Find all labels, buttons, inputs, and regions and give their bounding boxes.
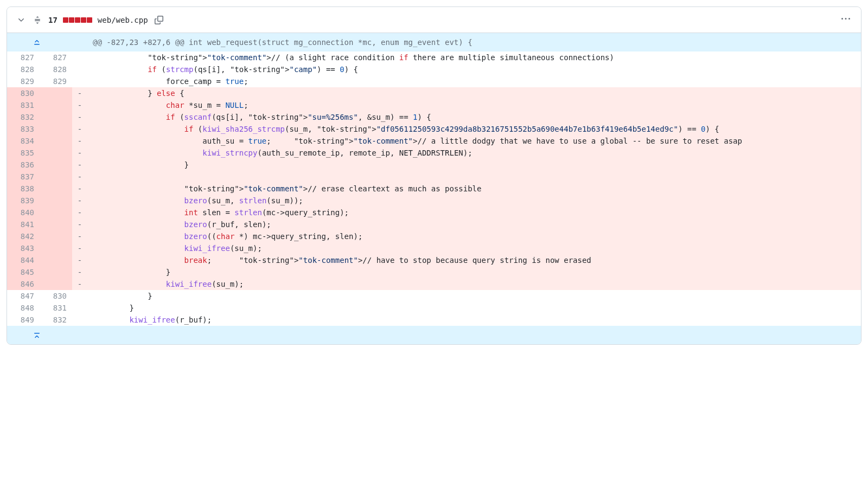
line-marker	[72, 302, 87, 314]
new-line-number[interactable]	[40, 195, 72, 207]
diff-line-deletion: 843- kiwi_ifree(su_m);	[7, 242, 861, 254]
diffstat-blocks[interactable]	[63, 17, 92, 23]
old-line-number[interactable]: 846	[7, 278, 40, 290]
old-line-number[interactable]: 831	[7, 99, 40, 111]
old-line-number[interactable]: 849	[7, 314, 40, 326]
code-content: "tok-string">"tok-comment">// (a slight …	[87, 51, 861, 63]
new-line-number[interactable]: 829	[40, 75, 72, 87]
new-line-number[interactable]	[40, 87, 72, 99]
file-menu-icon[interactable]	[839, 12, 852, 27]
line-marker	[72, 51, 87, 63]
line-marker: -	[72, 171, 87, 183]
new-line-number[interactable]: 831	[40, 302, 72, 314]
diff-line-deletion: 831- char *su_m = NULL;	[7, 99, 861, 111]
diff-header-left: 17 web/web.cpp	[16, 15, 839, 25]
old-line-number[interactable]: 827	[7, 51, 40, 63]
old-line-number[interactable]: 839	[7, 195, 40, 207]
old-line-number[interactable]: 828	[7, 63, 40, 75]
diff-line-deletion: 836- }	[7, 159, 861, 171]
new-line-number[interactable]	[40, 230, 72, 242]
new-line-number[interactable]	[40, 278, 72, 290]
old-line-number[interactable]: 844	[7, 254, 40, 266]
diff-line-deletion: 835- kiwi_strncpy(auth_su_remote_ip, rem…	[7, 147, 861, 159]
new-line-number[interactable]: 827	[40, 51, 72, 63]
code-content: kiwi_ifree(su_m);	[87, 278, 861, 290]
old-line-number[interactable]: 829	[7, 75, 40, 87]
new-line-number[interactable]	[40, 242, 72, 254]
line-marker: -	[72, 135, 87, 147]
old-line-number[interactable]: 848	[7, 302, 40, 314]
old-line-number[interactable]: 840	[7, 207, 40, 218]
code-content: if (strcmp(qs[i], "tok-string">"camp") =…	[87, 63, 861, 75]
line-marker: -	[72, 87, 87, 99]
new-line-number[interactable]	[40, 147, 72, 159]
new-line-number[interactable]	[40, 99, 72, 111]
old-line-number[interactable]: 841	[7, 218, 40, 230]
old-line-number[interactable]: 838	[7, 183, 40, 195]
expand-up-cell[interactable]	[7, 33, 72, 51]
old-line-number[interactable]: 833	[7, 123, 40, 135]
code-content: bzero(r_buf, slen);	[87, 218, 861, 230]
old-line-number[interactable]: 835	[7, 147, 40, 159]
diff-line-context: 827827 "tok-string">"tok-comment">// (a …	[7, 51, 861, 63]
line-marker: -	[72, 278, 87, 290]
collapse-toggle-icon[interactable]	[16, 15, 27, 25]
file-path[interactable]: web/web.cpp	[98, 16, 148, 24]
code-content: bzero((char *) mc->query_string, slen);	[87, 230, 861, 242]
new-line-number[interactable]: 830	[40, 290, 72, 302]
diff-line-context: 849832 kiwi_ifree(r_buf);	[7, 314, 861, 326]
old-line-number[interactable]: 847	[7, 290, 40, 302]
code-content: int slen = strlen(mc->query_string);	[87, 207, 861, 218]
diff-line-deletion: 840- int slen = strlen(mc->query_string)…	[7, 207, 861, 218]
line-marker	[72, 314, 87, 326]
old-line-number[interactable]: 837	[7, 171, 40, 183]
expand-down-cell[interactable]	[7, 326, 72, 344]
diff-line-context: 828828 if (strcmp(qs[i], "tok-string">"c…	[7, 63, 861, 75]
code-content: kiwi_ifree(su_m);	[87, 242, 861, 254]
old-line-number[interactable]: 834	[7, 135, 40, 147]
new-line-number[interactable]	[40, 111, 72, 123]
diff-line-deletion: 846- kiwi_ifree(su_m);	[7, 278, 861, 290]
code-content: }	[87, 302, 861, 314]
diff-line-context: 848831 }	[7, 302, 861, 314]
diff-line-deletion: 839- bzero(su_m, strlen(su_m));	[7, 195, 861, 207]
diff-line-context: 847830 }	[7, 290, 861, 302]
code-content: "tok-string">"tok-comment">// erase clea…	[87, 183, 861, 195]
line-marker: -	[72, 147, 87, 159]
code-content: kiwi_strncpy(auth_su_remote_ip, remote_i…	[87, 147, 861, 159]
new-line-number[interactable]	[40, 171, 72, 183]
old-line-number[interactable]: 830	[7, 87, 40, 99]
old-line-number[interactable]: 842	[7, 230, 40, 242]
new-line-number[interactable]	[40, 218, 72, 230]
diff-file-header: 17 web/web.cpp	[7, 7, 861, 33]
new-line-number[interactable]	[40, 135, 72, 147]
new-line-number[interactable]	[40, 123, 72, 135]
new-line-number[interactable]	[40, 183, 72, 195]
code-content: }	[87, 266, 861, 278]
old-line-number[interactable]: 836	[7, 159, 40, 171]
old-line-number[interactable]: 832	[7, 111, 40, 123]
old-line-number[interactable]: 843	[7, 242, 40, 254]
line-marker	[72, 63, 87, 75]
diff-file-container: 17 web/web.cpp	[7, 7, 861, 345]
hunk-marker	[72, 33, 87, 51]
diff-line-context: 829829 force_camp = true;	[7, 75, 861, 87]
change-count: 17	[48, 16, 58, 24]
code-content: break; "tok-string">"tok-comment">// hav…	[87, 254, 861, 266]
diff-line-deletion: 844- break; "tok-string">"tok-comment">/…	[7, 254, 861, 266]
old-line-number[interactable]: 845	[7, 266, 40, 278]
expand-all-icon[interactable]	[32, 15, 43, 25]
diff-line-deletion: 830- } else {	[7, 87, 861, 99]
new-line-number[interactable]	[40, 266, 72, 278]
copy-path-icon[interactable]	[154, 15, 164, 25]
diff-line-deletion: 845- }	[7, 266, 861, 278]
code-content: }	[87, 290, 861, 302]
new-line-number[interactable]	[40, 254, 72, 266]
code-content: force_camp = true;	[87, 75, 861, 87]
line-marker: -	[72, 159, 87, 171]
new-line-number[interactable]: 828	[40, 63, 72, 75]
new-line-number[interactable]: 832	[40, 314, 72, 326]
expand-up-icon	[7, 33, 67, 51]
new-line-number[interactable]	[40, 207, 72, 218]
new-line-number[interactable]	[40, 159, 72, 171]
